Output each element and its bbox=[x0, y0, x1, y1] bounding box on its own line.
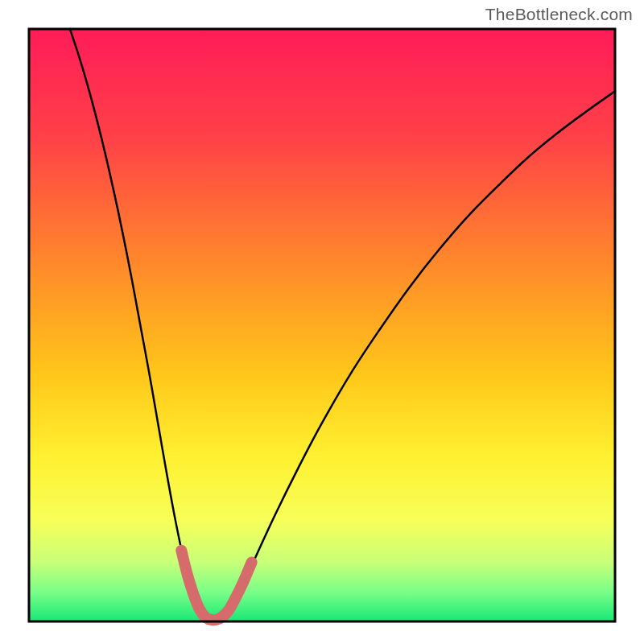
watermark-text: TheBottleneck.com bbox=[485, 5, 633, 24]
chart-root: TheBottleneck.com bbox=[0, 0, 644, 644]
chart-svg bbox=[0, 0, 644, 644]
chart-background bbox=[29, 29, 615, 621]
